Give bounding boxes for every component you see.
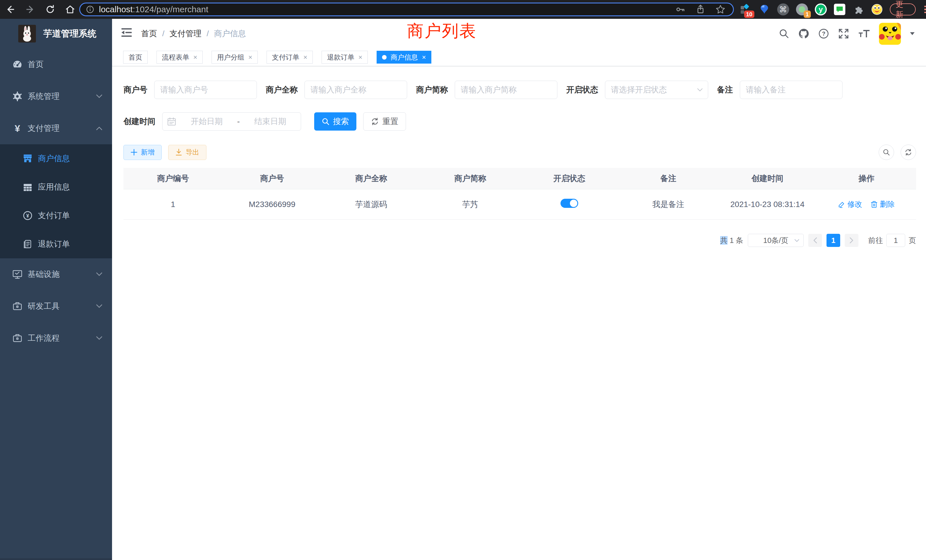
- next-page-button[interactable]: [845, 234, 858, 247]
- svg-text:¥: ¥: [26, 213, 29, 219]
- sidebar-item-dev-tools[interactable]: 研发工具: [0, 290, 112, 322]
- extension-launcher-icon[interactable]: 10: [740, 3, 752, 16]
- extension-badge: 1: [804, 11, 811, 18]
- browser-home-button[interactable]: [64, 4, 76, 15]
- bookmark-star-icon[interactable]: [715, 4, 726, 15]
- sidebar-item-workflow[interactable]: 工作流程: [0, 322, 112, 354]
- sidebar-item-pay-order[interactable]: ¥ 支付订单: [0, 201, 112, 230]
- close-icon[interactable]: ×: [248, 54, 252, 61]
- user-avatar[interactable]: [879, 23, 901, 45]
- filter-row-1: 商户号 商户全称 商户简称 开启状态 请选择开启状态: [123, 81, 916, 99]
- share-icon[interactable]: [695, 4, 706, 15]
- edit-link[interactable]: 修改: [838, 199, 862, 209]
- close-icon[interactable]: ×: [422, 54, 426, 61]
- breadcrumb-payment[interactable]: 支付管理: [169, 28, 201, 39]
- tab-home[interactable]: 首页: [123, 51, 148, 64]
- tab-refund-order[interactable]: 退款订单 ×: [322, 51, 368, 64]
- document-icon: [21, 239, 34, 249]
- site-info-icon[interactable]: [86, 5, 94, 14]
- cell-status: [520, 199, 619, 210]
- address-bar[interactable]: localhost:1024/pay/merchant: [79, 3, 734, 16]
- status-select[interactable]: 请选择开启状态: [605, 81, 708, 99]
- pagination: 共 1 条 10条/页 1 前往 页: [123, 234, 916, 247]
- search-button[interactable]: 搜索: [314, 112, 356, 130]
- sidebar-item-payment[interactable]: ¥ 支付管理: [0, 112, 112, 144]
- close-icon[interactable]: ×: [359, 54, 362, 61]
- yuque-extension-icon[interactable]: y: [815, 3, 827, 16]
- tab-process-form[interactable]: 流程表单 ×: [156, 51, 203, 64]
- help-icon[interactable]: ?: [818, 28, 829, 39]
- merchant-no-input[interactable]: [154, 81, 257, 99]
- table-toolbar: 新增 导出: [123, 145, 916, 160]
- sidebar-collapse-icon[interactable]: [121, 28, 132, 37]
- sidebar-item-app-info[interactable]: 应用信息: [0, 173, 112, 201]
- create-time-range-picker[interactable]: 开始日期 - 结束日期: [162, 112, 301, 130]
- browser-menu-icon[interactable]: [924, 6, 926, 14]
- merchant-short-name-input[interactable]: [455, 81, 557, 99]
- breadcrumb-home[interactable]: 首页: [141, 28, 157, 39]
- dashboard-icon: [11, 59, 24, 70]
- tab-merchant-info[interactable]: 商户信息 ×: [377, 51, 431, 64]
- avatar-dropdown-caret-icon[interactable]: [910, 32, 915, 35]
- payment-submenu: 商户信息 应用信息 ¥ 支付订单 退款订单: [0, 144, 112, 258]
- close-icon[interactable]: ×: [193, 54, 197, 61]
- status-label: 开启状态: [566, 85, 598, 95]
- cell-remark: 我是备注: [619, 199, 718, 210]
- emoji-avatar-icon[interactable]: [871, 3, 883, 16]
- font-size-icon[interactable]: [858, 28, 870, 39]
- sidebar-item-home[interactable]: 首页: [0, 48, 112, 80]
- date-start-placeholder[interactable]: 开始日期: [181, 116, 233, 127]
- puzzle-extensions-icon[interactable]: [852, 3, 864, 16]
- page-size-select[interactable]: 10条/页: [748, 234, 804, 247]
- date-end-placeholder[interactable]: 结束日期: [244, 116, 296, 127]
- refresh-button[interactable]: [900, 145, 916, 160]
- browser-reload-button[interactable]: [44, 4, 56, 15]
- search-icon[interactable]: [779, 28, 790, 39]
- github-icon[interactable]: [798, 28, 809, 39]
- logo-rabbit-image: [18, 25, 36, 42]
- browser-nav-buttons: [5, 0, 76, 19]
- tab-pay-order[interactable]: 支付订单 ×: [266, 51, 313, 64]
- notify-extension-icon[interactable]: 1: [796, 3, 808, 16]
- delete-link[interactable]: 删除: [871, 199, 895, 209]
- chat-extension-icon[interactable]: [834, 3, 846, 16]
- pagination-total: 共 1 条: [720, 236, 743, 245]
- add-button[interactable]: 新增: [123, 145, 162, 160]
- pin-extension-icon[interactable]: [758, 3, 770, 16]
- merchant-full-name-input[interactable]: [304, 81, 407, 99]
- svg-text:?: ?: [822, 30, 825, 37]
- prev-page-button[interactable]: [808, 234, 822, 247]
- tab-user-group[interactable]: 用户分组 ×: [212, 51, 258, 64]
- create-time-label: 创建时间: [123, 116, 155, 127]
- app-logo[interactable]: 芋道管理系统: [0, 19, 112, 48]
- browser-chrome: localhost:1024/pay/merchant 10 ⌘ 1: [0, 0, 926, 19]
- sidebar-item-system[interactable]: 系统管理: [0, 80, 112, 112]
- goto-page-input[interactable]: [887, 234, 905, 247]
- command-extension-icon[interactable]: ⌘: [777, 3, 789, 16]
- close-icon[interactable]: ×: [303, 54, 307, 61]
- calendar-icon: [167, 117, 176, 126]
- status-toggle[interactable]: [560, 199, 578, 208]
- toggle-search-button[interactable]: [879, 145, 894, 160]
- browser-update-button[interactable]: 更新: [890, 3, 916, 15]
- grid-icon: [21, 182, 34, 192]
- password-key-icon[interactable]: [675, 4, 685, 15]
- browser-back-button[interactable]: [5, 4, 16, 15]
- merchant-table: 商户编号 商户号 商户全称 商户简称 开启状态 备注 创建时间 操作 1 M23…: [123, 168, 916, 219]
- sidebar-item-refund-order[interactable]: 退款订单: [0, 230, 112, 258]
- page-1-button[interactable]: 1: [826, 234, 840, 247]
- breadcrumb-current: 商户信息: [214, 28, 246, 39]
- monitor-icon: [11, 269, 24, 280]
- sidebar-item-merchant-info[interactable]: 商户信息: [0, 144, 112, 173]
- remark-input[interactable]: [740, 81, 843, 99]
- browser-forward-button[interactable]: [24, 4, 36, 15]
- sidebar-item-infrastructure[interactable]: 基础设施: [0, 258, 112, 290]
- cell-merchant-id: 1: [123, 200, 222, 209]
- reset-button[interactable]: 重置: [363, 112, 406, 130]
- page-unit-label: 页: [909, 236, 916, 245]
- export-button[interactable]: 导出: [168, 145, 206, 160]
- fullscreen-icon[interactable]: [838, 28, 849, 39]
- chevron-down-icon: [697, 88, 703, 92]
- merchant-no-label: 商户号: [123, 85, 147, 95]
- gear-icon: [11, 91, 24, 102]
